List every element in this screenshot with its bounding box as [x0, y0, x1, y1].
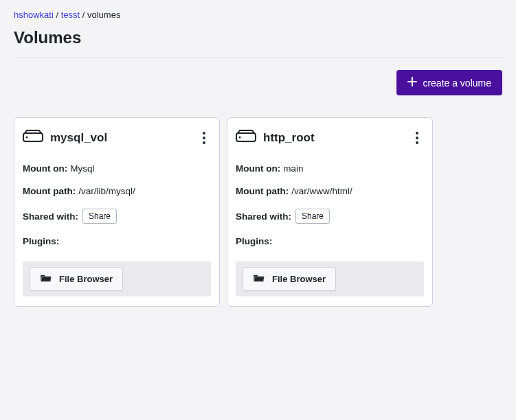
card-title-wrap: mysql_vol — [23, 130, 107, 146]
file-browser-label: File Browser — [272, 274, 326, 284]
volume-name: http_root — [263, 131, 315, 145]
mount-path-row: Mount path: /var/lib/mysql/ — [23, 186, 211, 196]
breadcrumb-sep: / — [82, 10, 87, 20]
shared-with-label: Shared with: — [236, 211, 291, 222]
mount-path-label: Mount path: — [23, 186, 76, 196]
mount-on-label: Mount on: — [236, 163, 280, 174]
mount-on-label: Mount on: — [23, 163, 67, 174]
plugins-bar: File Browser — [23, 261, 211, 296]
mount-path-row: Mount path: /var/www/html/ — [236, 186, 424, 196]
plugins-row: Plugins: — [23, 236, 211, 246]
plugins-bar: File Browser — [236, 261, 424, 296]
svg-point-3 — [239, 137, 241, 139]
page-title: Volumes — [14, 28, 502, 47]
file-browser-button[interactable]: File Browser — [243, 267, 336, 291]
folder-open-icon — [40, 273, 52, 285]
mount-path-label: Mount path: — [236, 186, 289, 196]
folder-open-icon — [253, 273, 265, 285]
mount-on-row: Mount on: main — [236, 163, 424, 174]
file-browser-label: File Browser — [59, 274, 113, 284]
create-volume-label: create a volume — [423, 78, 491, 89]
plugins-row: Plugins: — [236, 236, 424, 246]
volume-card: http_root Mount on: main Mount path: /va… — [227, 117, 433, 307]
plus-icon — [407, 77, 417, 89]
shared-with-label: Shared with: — [23, 211, 78, 222]
mount-on-value: main — [283, 163, 303, 174]
share-button[interactable]: Share — [295, 209, 330, 224]
mount-on-row: Mount on: Mysql — [23, 163, 211, 174]
breadcrumb-current: volumes — [87, 10, 120, 20]
more-vertical-icon — [416, 132, 418, 135]
breadcrumb-link-1[interactable]: tesst — [61, 10, 80, 20]
mount-path-value: /var/lib/mysql/ — [78, 186, 135, 196]
breadcrumb: hshowkati / tesst / volumes — [14, 10, 502, 20]
breadcrumb-link-0[interactable]: hshowkati — [14, 10, 54, 20]
divider — [14, 57, 502, 58]
mount-path-value: /var/www/html/ — [291, 186, 352, 196]
card-header: mysql_vol — [23, 129, 211, 147]
card-header: http_root — [236, 129, 424, 147]
more-options-button[interactable] — [197, 129, 211, 147]
more-options-button[interactable] — [410, 129, 424, 147]
breadcrumb-sep: / — [56, 10, 60, 20]
more-vertical-icon — [203, 132, 205, 135]
volume-name: mysql_vol — [50, 131, 107, 145]
plugins-label: Plugins: — [23, 236, 59, 246]
card-title-wrap: http_root — [236, 130, 315, 146]
mount-on-value: Mysql — [70, 163, 94, 174]
svg-point-1 — [26, 137, 28, 139]
toolbar: create a volume — [14, 70, 502, 95]
volume-cards: mysql_vol Mount on: Mysql Mount path: /v… — [14, 117, 502, 307]
file-browser-button[interactable]: File Browser — [30, 267, 123, 291]
plugins-label: Plugins: — [236, 236, 272, 246]
shared-with-row: Shared with: Share — [236, 209, 424, 224]
volume-card: mysql_vol Mount on: Mysql Mount path: /v… — [14, 117, 220, 307]
create-volume-button[interactable]: create a volume — [396, 70, 502, 95]
shared-with-row: Shared with: Share — [23, 209, 211, 224]
share-button[interactable]: Share — [82, 209, 117, 224]
hard-drive-icon — [23, 130, 43, 146]
hard-drive-icon — [236, 130, 256, 146]
